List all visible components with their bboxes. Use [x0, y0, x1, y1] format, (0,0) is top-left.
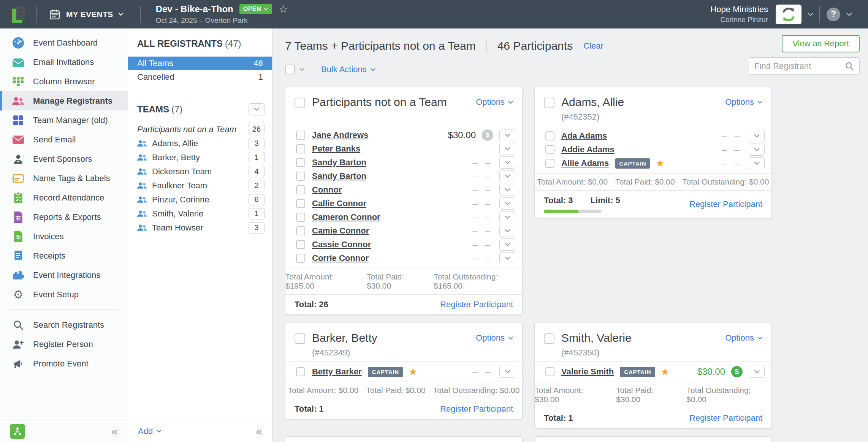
row-checkbox[interactable] — [296, 240, 305, 249]
row-checkbox[interactable] — [296, 144, 305, 153]
sidebar-item-email-invitations[interactable]: Email Invitations — [0, 52, 128, 72]
participant-name-link[interactable]: Callie Connor — [312, 199, 366, 208]
sidebar-item-column-browser[interactable]: Column Browser — [0, 72, 128, 91]
row-checkbox[interactable] — [296, 254, 305, 263]
row-actions-button[interactable] — [499, 197, 515, 210]
row-actions-button[interactable] — [499, 143, 515, 155]
row-actions-button[interactable] — [499, 184, 515, 196]
row-checkbox[interactable] — [296, 226, 305, 235]
row-actions-button[interactable] — [499, 211, 515, 223]
sidebar-item-send-email[interactable]: Send Email — [0, 130, 128, 149]
sidebar-item-receipts[interactable]: Receipts — [0, 246, 128, 265]
account-chevron-icon[interactable] — [808, 13, 813, 16]
view-as-report-button[interactable]: View as Report — [782, 35, 860, 52]
row-actions-button[interactable] — [499, 238, 515, 251]
row-checkbox[interactable] — [296, 172, 305, 181]
select-all-chevron-icon[interactable] — [299, 68, 304, 71]
row-actions-button[interactable] — [499, 170, 515, 182]
card-checkbox[interactable] — [295, 98, 305, 108]
participant-name-link[interactable]: Ada Adams — [561, 131, 607, 141]
sidebar-item-reports-exports[interactable]: Reports & Exports — [0, 207, 128, 227]
favorite-star-icon[interactable]: ☆ — [279, 4, 288, 14]
register-participant-link[interactable]: Register Participant — [689, 413, 762, 423]
sidebar-item-team-manager[interactable]: Team Manager (old) — [0, 110, 128, 130]
search-input[interactable] — [754, 61, 845, 71]
my-events-menu[interactable]: MY EVENTS — [37, 8, 140, 21]
participant-name-link[interactable]: Sandy Barton — [312, 171, 366, 181]
sidebar-item-event-sponsors[interactable]: Event Sponsors — [0, 149, 128, 169]
clear-filter-link[interactable]: Clear — [583, 41, 603, 51]
card-checkbox[interactable] — [544, 333, 554, 344]
row-actions-button[interactable] — [499, 366, 515, 378]
add-team-button[interactable]: Add — [138, 426, 162, 436]
row-checkbox[interactable] — [296, 367, 305, 376]
row-actions-button[interactable] — [749, 144, 765, 156]
sidebar-item-name-tags[interactable]: Name Tags & Labels — [0, 169, 128, 188]
team-row-faulkner[interactable]: Faulkner Team 2 — [128, 178, 272, 193]
filter-all-teams[interactable]: All Teams 46 — [128, 57, 272, 70]
participant-name-link[interactable]: Sandy Barton — [312, 158, 366, 167]
row-checkbox[interactable] — [545, 145, 554, 154]
sidebar-item-record-attendance[interactable]: Record Attendance — [0, 188, 128, 207]
collapse-panel-chevrons[interactable]: « — [256, 426, 262, 437]
sidebar-item-invoices[interactable]: $ Invoices — [0, 227, 128, 246]
row-checkbox[interactable] — [545, 131, 554, 140]
team-row-howser[interactable]: Team Howser 3 — [128, 221, 272, 235]
participant-name-link[interactable]: Jane Andrews — [312, 130, 368, 140]
card-checkbox[interactable] — [295, 333, 305, 344]
sidebar-item-search-registrants[interactable]: Search Registrants — [0, 315, 128, 335]
row-actions-button[interactable] — [749, 366, 765, 378]
team-row-not-on-team[interactable]: Participants not on a Team 26 — [128, 122, 272, 136]
row-checkbox[interactable] — [296, 213, 305, 222]
card-options-menu[interactable]: Options — [725, 333, 762, 343]
row-actions-button[interactable] — [499, 129, 515, 141]
participant-name-link[interactable]: Cameron Connor — [312, 212, 380, 222]
sidebar-item-register-person[interactable]: Register Person — [0, 335, 128, 354]
payment-status-icon[interactable]: $ — [482, 129, 493, 141]
team-row-adams-allie[interactable]: Adams, Allie 3 — [128, 136, 272, 150]
row-checkbox[interactable] — [296, 131, 305, 140]
participant-name-link[interactable]: Corrie Connor — [312, 253, 369, 263]
sidebar-item-event-setup[interactable]: ⚙ Event Setup — [0, 285, 128, 304]
team-row-smith[interactable]: Smith, Valerie 1 — [128, 207, 272, 221]
register-participant-link[interactable]: Register Participant — [440, 404, 513, 414]
row-checkbox[interactable] — [545, 367, 554, 376]
participant-name-link[interactable]: Cassie Connor — [312, 240, 371, 249]
register-participant-link[interactable]: Register Participant — [440, 300, 513, 309]
sidebar-item-promote-event[interactable]: Promote Event — [0, 354, 128, 373]
row-checkbox[interactable] — [296, 185, 305, 194]
card-options-menu[interactable]: Options — [725, 97, 762, 107]
participant-name-link[interactable]: Addie Adams — [561, 145, 615, 155]
row-actions-button[interactable] — [749, 130, 765, 142]
team-row-pinzur[interactable]: Pinzur, Corinne 6 — [128, 193, 272, 207]
participant-name-link[interactable]: Connor — [312, 185, 342, 195]
help-icon[interactable]: ? — [827, 8, 840, 21]
help-chevron-icon[interactable] — [846, 13, 852, 16]
bulk-actions-menu[interactable]: Bulk Actions — [321, 65, 375, 74]
participant-name-link[interactable]: Camie Connor — [312, 226, 369, 236]
integration-network-icon[interactable] — [10, 424, 25, 439]
row-actions-button[interactable] — [499, 156, 515, 169]
card-options-menu[interactable]: Options — [476, 333, 513, 343]
participant-name-link[interactable]: Betty Barker — [312, 367, 362, 377]
participant-name-link[interactable]: Peter Banks — [312, 144, 360, 154]
org-avatar[interactable] — [776, 5, 801, 24]
select-all-checkbox[interactable] — [285, 65, 295, 74]
sidebar-item-manage-registrants[interactable]: Manage Registrants — [0, 91, 128, 110]
row-checkbox[interactable] — [545, 159, 554, 168]
collapse-sidebar-chevrons[interactable]: « — [111, 426, 118, 437]
participant-name-link[interactable]: Valerie Smith — [561, 367, 614, 377]
row-actions-button[interactable] — [749, 157, 765, 169]
team-row-barker-betty[interactable]: Barker, Betty 1 — [128, 150, 272, 164]
row-actions-button[interactable] — [499, 252, 515, 264]
register-participant-link[interactable]: Register Participant — [689, 199, 762, 209]
participant-name-link[interactable]: Allie Adams — [561, 158, 609, 168]
card-options-menu[interactable]: Options — [476, 97, 513, 107]
card-checkbox[interactable] — [544, 98, 554, 108]
team-row-dickerson[interactable]: Dickerson Team 4 — [128, 164, 272, 178]
row-checkbox[interactable] — [296, 199, 305, 208]
teams-collapse-button[interactable] — [249, 103, 265, 115]
filter-cancelled[interactable]: Cancelled 1 — [128, 70, 272, 84]
sidebar-item-event-integrations[interactable]: Event Integrations — [0, 265, 128, 285]
event-status-badge[interactable]: OPEN — [239, 4, 272, 14]
